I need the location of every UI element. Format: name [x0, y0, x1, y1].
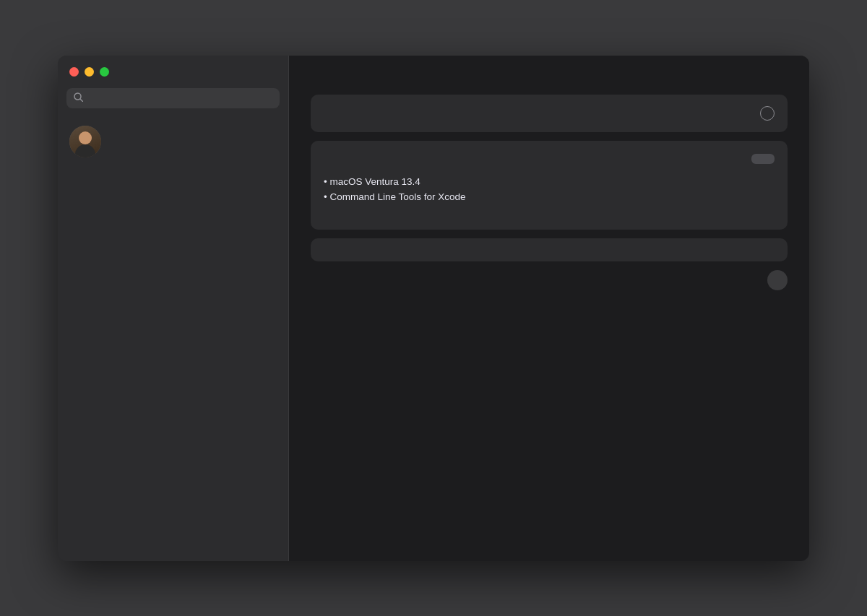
search-bar: [66, 88, 280, 108]
search-icon: [74, 92, 83, 104]
settings-window: • macOS Ventura 13.4 • Command Line Tool…: [58, 56, 809, 561]
sidebar: [58, 56, 289, 561]
update-now-button[interactable]: [751, 154, 775, 164]
maximize-button[interactable]: [100, 67, 109, 77]
search-input[interactable]: [87, 92, 272, 104]
auto-updates-row: [311, 95, 788, 132]
updates-header: [324, 154, 775, 164]
auto-updates-right: [754, 106, 775, 121]
license-card: [311, 238, 788, 261]
traffic-lights: [58, 67, 288, 88]
user-profile[interactable]: [58, 120, 288, 163]
svg-line-1: [80, 99, 83, 102]
auto-updates-info-button[interactable]: [760, 106, 775, 121]
help-button[interactable]: [767, 270, 788, 290]
avatar: [69, 126, 101, 157]
update-item-xcode: • Command Line Tools for Xcode: [324, 189, 775, 205]
updates-available-card: • macOS Ventura 13.4 • Command Line Tool…: [311, 141, 788, 230]
update-item-macos: • macOS Ventura 13.4: [324, 174, 775, 190]
main-content: • macOS Ventura 13.4 • Command Line Tool…: [289, 56, 809, 561]
auto-updates-card: [311, 95, 788, 132]
close-button[interactable]: [69, 67, 79, 77]
minimize-button[interactable]: [85, 67, 94, 77]
update-list: • macOS Ventura 13.4 • Command Line Tool…: [324, 174, 775, 205]
